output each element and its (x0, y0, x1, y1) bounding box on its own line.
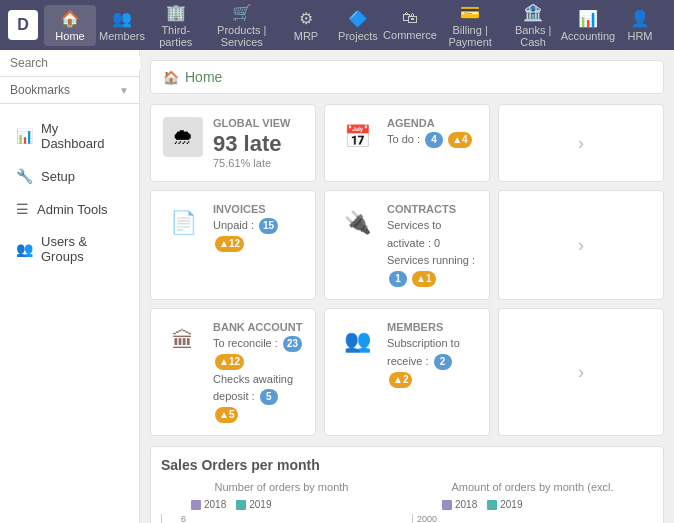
card-members[interactable]: 👥 MEMBERS Subscription to receive : 2 ▲2 (324, 308, 490, 436)
right-legend-2019: 2019 (487, 499, 522, 510)
right-legend-2018-label: 2018 (455, 499, 477, 510)
right-legend-2019-dot (487, 500, 497, 510)
nav-third-parties[interactable]: 🏢 Third-parties (148, 0, 204, 52)
bookmarks-label: Bookmarks (10, 83, 70, 97)
members-title: MEMBERS (387, 321, 477, 333)
contracts-badge-count: 1 (389, 271, 407, 287)
nav-products-services[interactable]: 🛒 Products | Services (204, 0, 280, 52)
chart-section: Sales Orders per month Number of orders … (150, 446, 664, 523)
agenda-content: AGENDA To do : 4 ▲4 (387, 117, 477, 149)
contracts-badge-warn: ▲1 (412, 271, 435, 287)
members-badge-warn: ▲2 (389, 372, 412, 388)
left-chart-area: 0 2 4 6 (161, 514, 402, 523)
contracts-title: CONTRACTS (387, 203, 477, 215)
products-icon: 🛒 (232, 3, 252, 22)
breadcrumb-home-icon: 🏠 (163, 70, 179, 85)
card-contracts[interactable]: 🔌 CONTRACTS Services to activate : 0 Ser… (324, 190, 490, 300)
card-partial-1: › (498, 104, 664, 182)
dashboard-cards: 🌧 GLOBAL VIEW 93 late 75.61% late 📅 AGEN… (150, 104, 664, 436)
invoices-badge-warn: ▲12 (215, 236, 244, 252)
invoices-detail: Unpaid : 15 ▲12 (213, 217, 303, 252)
hrm-icon: 👤 (630, 9, 650, 28)
users-groups-label: Users & Groups (41, 234, 123, 264)
contracts-content: CONTRACTS Services to activate : 0 Servi… (387, 203, 477, 287)
sidebar: ▼ Bookmarks ▼ 📊 My Dashboard 🔧 Setup ☰ A… (0, 50, 140, 523)
right-chart: Amount of orders by month (excl. 2018 20… (412, 481, 653, 523)
nav-members[interactable]: 👥 Members (96, 5, 148, 46)
reconcile-badge-count: 23 (283, 336, 302, 352)
invoices-title: INVOICES (213, 203, 303, 215)
partial-arrow-1: › (578, 133, 584, 154)
legend-2018-dot (191, 500, 201, 510)
right-chart-y-labels: 0 500 1000 1500 2000 (413, 514, 441, 523)
card-invoices[interactable]: 📄 INVOICES Unpaid : 15 ▲12 (150, 190, 316, 300)
sidebar-item-admin-tools[interactable]: ☰ Admin Tools (4, 193, 135, 225)
third-parties-icon: 🏢 (166, 3, 186, 22)
nav-hrm[interactable]: 👤 HRM (614, 5, 666, 46)
accounting-icon: 📊 (578, 9, 598, 28)
members-icon: 👥 (112, 9, 132, 28)
nav-commerce-label: Commerce (383, 29, 437, 41)
agenda-todo-label: To do : (387, 133, 420, 145)
banks-icon: 🏦 (523, 3, 543, 22)
legend-2019-label: 2019 (249, 499, 271, 510)
nav-banks[interactable]: 🏦 Banks | Cash (504, 0, 562, 52)
main-content: 🏠 Home 🌧 GLOBAL VIEW 93 late 75.61% late… (140, 50, 674, 523)
right-legend-2018: 2018 (442, 499, 477, 510)
nav-accounting-label: Accounting (561, 30, 615, 42)
card-bank-account[interactable]: 🏛 BANK ACCOUNT To reconcile : 23 ▲12 Che… (150, 308, 316, 436)
members-badge-count: 2 (434, 354, 452, 370)
charts-row: Number of orders by month 2018 2019 (161, 481, 653, 523)
card-global-view[interactable]: 🌧 GLOBAL VIEW 93 late 75.61% late (150, 104, 316, 182)
legend-2019-dot (236, 500, 246, 510)
global-view-icon: 🌧 (163, 117, 203, 157)
sidebar-item-setup[interactable]: 🔧 Setup (4, 160, 135, 192)
nav-billing[interactable]: 💳 Billing | Payment (436, 0, 504, 52)
billing-icon: 💳 (460, 3, 480, 22)
sidebar-item-my-dashboard[interactable]: 📊 My Dashboard (4, 113, 135, 159)
global-view-title: GLOBAL VIEW (213, 117, 303, 129)
left-chart: Number of orders by month 2018 2019 (161, 481, 402, 523)
nav-third-parties-label: Third-parties (156, 24, 196, 48)
users-groups-icon: 👥 (16, 241, 33, 257)
invoices-unpaid-label: Unpaid : (213, 219, 254, 231)
nav-accounting[interactable]: 📊 Accounting (562, 5, 614, 46)
nav-mrp-label: MRP (294, 30, 318, 42)
nav-projects[interactable]: 🔷 Projects (332, 5, 384, 46)
nav-members-label: Members (99, 30, 145, 42)
app-logo[interactable]: D (8, 10, 38, 40)
home-icon: 🏠 (60, 9, 80, 28)
sidebar-search-container[interactable]: ▼ (0, 50, 139, 77)
search-input[interactable] (10, 56, 160, 70)
members-content: MEMBERS Subscription to receive : 2 ▲2 (387, 321, 477, 388)
invoices-badge-count: 15 (259, 218, 278, 234)
left-chart-y-labels: 0 2 4 6 (162, 514, 190, 523)
reconcile-badge-warn: ▲12 (215, 354, 244, 370)
sidebar-bookmarks[interactable]: Bookmarks ▼ (0, 77, 139, 104)
nav-commerce[interactable]: 🛍 Commerce (384, 5, 436, 45)
agenda-icon: 📅 (337, 117, 377, 157)
agenda-badge-warn: ▲4 (448, 132, 471, 148)
breadcrumb-label: Home (185, 69, 222, 85)
partial-arrow-2: › (578, 235, 584, 256)
card-partial-3: › (498, 308, 664, 436)
right-legend-2018-dot (442, 500, 452, 510)
nav-home[interactable]: 🏠 Home (44, 5, 96, 46)
nav-banks-label: Banks | Cash (512, 24, 554, 48)
partial-arrow-3: › (578, 362, 584, 383)
contracts-detail1: Services to activate : 0 (387, 217, 477, 252)
sidebar-menu: 📊 My Dashboard 🔧 Setup ☰ Admin Tools 👥 U… (0, 104, 139, 523)
left-legend-2018: 2018 (191, 499, 226, 510)
invoices-content: INVOICES Unpaid : 15 ▲12 (213, 203, 303, 252)
bookmarks-arrow-icon: ▼ (119, 85, 129, 96)
checks-label: Checks awaiting deposit : (213, 373, 293, 403)
sidebar-item-users-groups[interactable]: 👥 Users & Groups (4, 226, 135, 272)
main-layout: ▼ Bookmarks ▼ 📊 My Dashboard 🔧 Setup ☰ A… (0, 50, 674, 523)
breadcrumb: 🏠 Home (150, 60, 664, 94)
card-agenda[interactable]: 📅 AGENDA To do : 4 ▲4 (324, 104, 490, 182)
nav-mrp[interactable]: ⚙ MRP (280, 5, 332, 46)
nav-home-label: Home (55, 30, 84, 42)
right-chart-legend: 2018 2019 (412, 499, 653, 510)
invoices-icon: 📄 (163, 203, 203, 243)
members-card-icon: 👥 (337, 321, 377, 361)
